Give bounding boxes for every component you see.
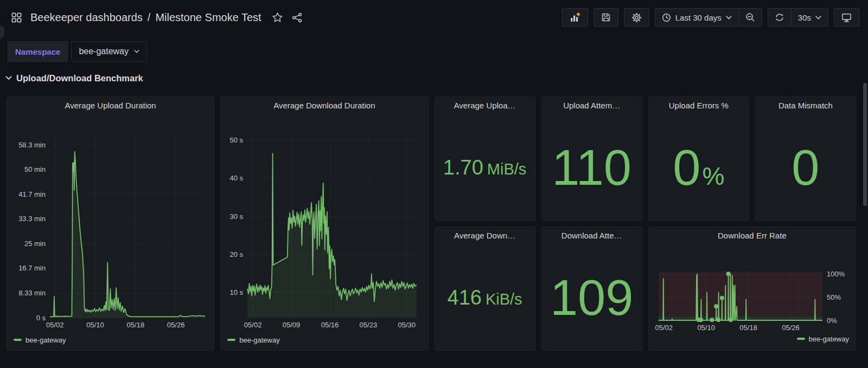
time-range-label: Last 30 days (675, 13, 722, 22)
legend-swatch-icon (14, 339, 22, 341)
svg-text:8.33 min: 8.33 min (18, 289, 46, 297)
panel-title[interactable]: Download Err Rate (649, 227, 856, 244)
star-icon[interactable] (269, 9, 286, 26)
panel-title[interactable]: Data Mismatch (756, 97, 856, 114)
stat-value: 0 (756, 114, 856, 220)
panel-average-upload-duration: Average Upload Duration 05/0205/1005/180… (7, 96, 214, 351)
stat-value: 109 (542, 244, 642, 350)
timeseries-chart[interactable]: 05/0205/1005/1805/2658.3 min50 min41.7 m… (7, 114, 214, 334)
zoom-out-time-button[interactable] (738, 9, 762, 26)
panel-average-download-speed: Average Down… 416 KiB/s (435, 227, 535, 351)
legend-label: bee-gateway (239, 336, 279, 344)
panel-title[interactable]: Average Uploa… (435, 97, 535, 114)
namespace-label: Namespace (8, 41, 68, 62)
add-panel-button[interactable] (562, 8, 588, 27)
chart-legend: bee-gateway (649, 332, 856, 350)
panel-title[interactable]: Average Upload Duration (7, 97, 214, 114)
legend-label: bee-gateway (809, 335, 849, 343)
svg-text:05/26: 05/26 (167, 321, 185, 329)
stat-value: 1.70 MiB/s (435, 114, 535, 220)
refresh-interval-label: 30s (798, 13, 811, 22)
bar-chart-icon (571, 16, 578, 22)
time-range-picker[interactable]: Last 30 days (655, 9, 738, 26)
svg-text:25 min: 25 min (24, 240, 46, 248)
svg-text:05/02: 05/02 (244, 321, 262, 329)
dashboards-grid-icon[interactable] (8, 9, 25, 26)
row-header-upload-download-benchmark[interactable]: Upload/Download Benchmark (5, 70, 868, 86)
stat-number: 0 (673, 143, 700, 192)
legend-item[interactable]: bee-gateway (227, 336, 279, 344)
monitor-icon (841, 12, 852, 23)
save-icon (601, 12, 611, 22)
panel-title[interactable]: Average Down… (435, 227, 535, 244)
row-title: Upload/Download Benchmark (16, 73, 143, 83)
svg-text:100%: 100% (827, 270, 845, 278)
legend-label: bee-gateway (25, 336, 66, 344)
svg-text:50 s: 50 s (230, 136, 244, 144)
timeseries-chart[interactable]: 05/0205/1005/1805/26100%50%0% (649, 244, 856, 334)
chart-area: 05/0205/0905/1605/2305/3050 s40 s30 s20 … (221, 114, 427, 334)
svg-text:0 s: 0 s (36, 314, 46, 322)
svg-text:05/09: 05/09 (283, 321, 301, 329)
svg-text:20 s: 20 s (230, 250, 244, 259)
chevron-down-icon (134, 50, 139, 53)
stat-value: 416 KiB/s (435, 244, 535, 350)
stat-unit: KiB/s (486, 292, 522, 307)
svg-text:0%: 0% (827, 317, 837, 325)
refresh-icon (775, 12, 784, 22)
gear-icon (631, 12, 642, 23)
panel-title[interactable]: Upload Attem… (542, 97, 642, 114)
panel-average-upload-speed: Average Uploa… 1.70 MiB/s (435, 96, 535, 221)
plus-icon (577, 12, 580, 16)
svg-text:50 min: 50 min (24, 165, 46, 173)
namespace-value: bee-gateway (79, 47, 129, 56)
dashboard-grid: Average Upload Duration 05/0205/1005/180… (7, 96, 856, 351)
breadcrumb: Beekeeper dashboards / Milestone Smoke T… (30, 11, 261, 24)
top-nav: Beekeeper dashboards / Milestone Smoke T… (0, 0, 868, 35)
timeseries-chart[interactable]: 05/0205/0905/1605/2305/3050 s40 s30 s20 … (221, 114, 428, 334)
svg-text:05/10: 05/10 (697, 324, 715, 332)
dashboard-settings-button[interactable] (624, 8, 649, 27)
kiosk-mode-button[interactable] (834, 8, 859, 27)
legend-item[interactable]: bee-gateway (797, 335, 849, 343)
share-icon[interactable] (289, 9, 306, 26)
panel-title[interactable]: Download Atte… (542, 227, 642, 244)
breadcrumb-dashboard: Milestone Smoke Test (155, 11, 261, 24)
panel-data-mismatch: Data Mismatch 0 (755, 96, 856, 221)
legend-swatch-icon (227, 339, 235, 341)
panel-title[interactable]: Average Download Duration (221, 97, 427, 114)
panel-average-download-duration: Average Download Duration 05/0205/0905/1… (220, 96, 428, 351)
svg-text:05/18: 05/18 (127, 321, 145, 329)
svg-text:05/02: 05/02 (655, 324, 673, 332)
magnifier-minus-icon (745, 12, 755, 22)
refresh-interval-dropdown[interactable]: 30s (791, 9, 828, 26)
panel-title[interactable]: Upload Errors % (649, 97, 749, 114)
legend-swatch-icon (797, 338, 805, 340)
breadcrumb-separator: / (148, 11, 151, 24)
breadcrumb-folder[interactable]: Beekeeper dashboards (30, 11, 143, 24)
clock-icon (662, 13, 671, 22)
panel-download-attempts: Download Atte… 109 (541, 227, 642, 351)
legend-item[interactable]: bee-gateway (14, 336, 66, 344)
sidebar-toggle-handle[interactable] (0, 25, 4, 38)
svg-text:05/02: 05/02 (46, 321, 64, 329)
chevron-down-icon (5, 76, 12, 80)
stat-number: 416 (448, 287, 482, 308)
save-dashboard-button[interactable] (593, 8, 618, 27)
chart-area: 05/0205/1005/1805/2658.3 min50 min41.7 m… (7, 114, 214, 334)
refresh-button[interactable] (768, 9, 791, 26)
stat-number: 1.70 (443, 157, 483, 178)
svg-text:50%: 50% (827, 293, 841, 301)
svg-text:05/26: 05/26 (782, 324, 800, 332)
svg-text:05/16: 05/16 (321, 321, 339, 329)
scrollbar-thumb[interactable] (863, 83, 867, 206)
namespace-picker[interactable]: bee-gateway (71, 41, 147, 62)
stat-number: 110 (552, 143, 631, 192)
stat-unit: % (702, 164, 724, 189)
chart-legend: bee-gateway (7, 334, 214, 350)
svg-text:10 s: 10 s (230, 288, 244, 296)
chevron-down-icon (815, 16, 821, 20)
chart-legend: bee-gateway (221, 334, 427, 350)
svg-text:30 s: 30 s (230, 212, 244, 221)
stat-value: 110 (542, 114, 642, 220)
